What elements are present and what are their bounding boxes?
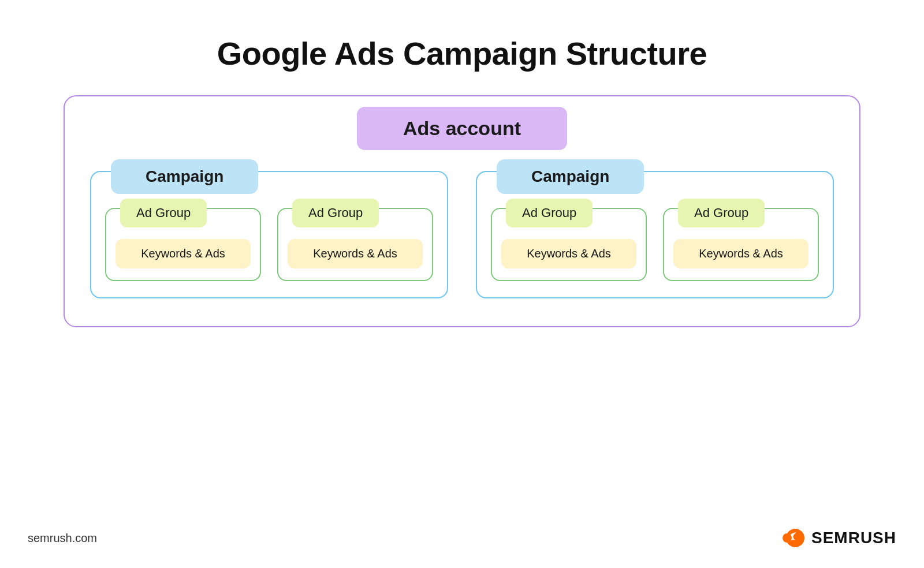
adgroup-box-2-1: Ad Group Keywords & Ads [491, 208, 647, 281]
semrush-brand: SEMRUSH [811, 529, 896, 547]
campaign-badge-1: Campaign [111, 159, 258, 194]
adgroup-box-1-2: Ad Group Keywords & Ads [277, 208, 433, 281]
campaign-badge-2: Campaign [497, 159, 644, 194]
adgroup-badge-1-2: Ad Group [292, 199, 379, 227]
svg-point-1 [783, 533, 792, 543]
keywords-badge-2-2: Keywords & Ads [673, 239, 808, 268]
adgroup-badge-1-1: Ad Group [120, 199, 207, 227]
page-title: Google Ads Campaign Structure [217, 35, 707, 72]
campaigns-row: Campaign Ad Group Keywords & Ads Ad Grou… [85, 171, 839, 298]
adgroup-badge-2-2: Ad Group [678, 199, 765, 227]
adgroup-box-2-2: Ad Group Keywords & Ads [663, 208, 819, 281]
campaign-box-1: Campaign Ad Group Keywords & Ads Ad Grou… [90, 171, 448, 298]
ads-account-badge: Ads account [357, 107, 567, 150]
account-wrapper: Ads account Campaign Ad Group Keywords &… [64, 95, 860, 327]
semrush-icon [778, 524, 806, 552]
semrush-logo: SEMRUSH [778, 524, 896, 552]
campaign-box-2: Campaign Ad Group Keywords & Ads Ad Grou… [476, 171, 834, 298]
keywords-badge-2-1: Keywords & Ads [501, 239, 636, 268]
footer: semrush.com SEMRUSH [0, 524, 924, 552]
adgroups-row-2: Ad Group Keywords & Ads Ad Group Keyword… [491, 208, 819, 281]
keywords-badge-1-2: Keywords & Ads [288, 239, 423, 268]
footer-url: semrush.com [28, 532, 97, 545]
adgroup-box-1-1: Ad Group Keywords & Ads [105, 208, 261, 281]
adgroups-row-1: Ad Group Keywords & Ads Ad Group Keyword… [105, 208, 433, 281]
keywords-badge-1-1: Keywords & Ads [116, 239, 251, 268]
page: Google Ads Campaign Structure Ads accoun… [0, 0, 924, 568]
adgroup-badge-2-1: Ad Group [506, 199, 593, 227]
